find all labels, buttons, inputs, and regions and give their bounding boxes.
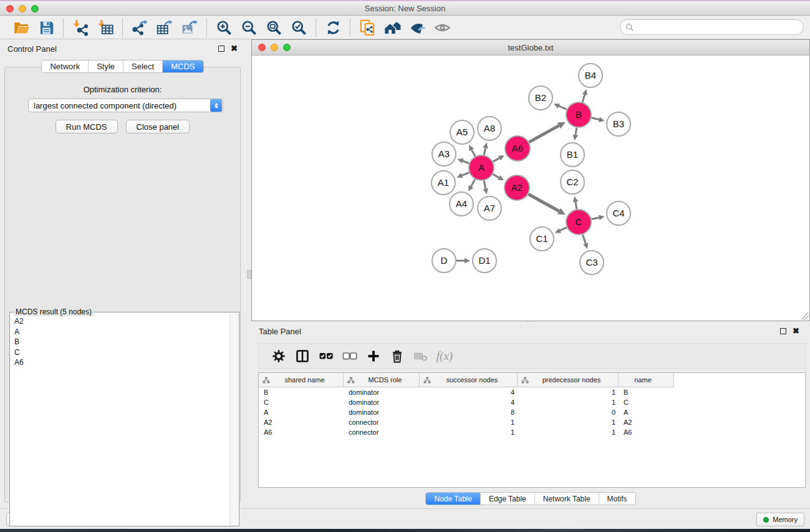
- mcds-result-item[interactable]: B: [14, 337, 239, 347]
- graph-node-C1[interactable]: C1: [530, 227, 554, 251]
- graph-node-B4[interactable]: B4: [579, 64, 602, 87]
- cell-shared-name[interactable]: A6: [259, 427, 344, 437]
- mcds-result-item[interactable]: A: [14, 327, 239, 337]
- cell-MCDS-role[interactable]: connector: [344, 417, 420, 427]
- graph-node-A7[interactable]: A7: [478, 196, 501, 220]
- graph-edge-C-C1[interactable]: [555, 228, 567, 233]
- mcds-result-item[interactable]: A6: [14, 357, 239, 368]
- result-scrollbar[interactable]: [229, 313, 238, 526]
- cell-shared-name[interactable]: A2: [259, 417, 344, 427]
- show-all-button[interactable]: [430, 18, 455, 38]
- hide-selected-button[interactable]: [405, 18, 430, 38]
- column-header-predecessor-nodes[interactable]: predecessor nodes: [518, 373, 619, 387]
- graph-node-C4[interactable]: C4: [607, 201, 630, 225]
- graph-node-A1[interactable]: A1: [432, 171, 455, 195]
- open-session-button[interactable]: [9, 18, 34, 38]
- vertical-split-grip[interactable]: [247, 270, 251, 279]
- search-input[interactable]: [634, 23, 803, 32]
- graph-edge-A-A7[interactable]: [483, 181, 488, 195]
- graph-edge-A-A6[interactable]: [493, 155, 504, 162]
- import-table-button[interactable]: [93, 18, 118, 38]
- cell-MCDS-role[interactable]: dominator: [344, 387, 420, 397]
- cell-successor-nodes[interactable]: 8: [420, 407, 518, 417]
- graph-node-A5[interactable]: A5: [450, 120, 474, 144]
- graph-node-B1[interactable]: B1: [561, 143, 584, 167]
- graph-node-B2[interactable]: B2: [529, 86, 552, 110]
- cell-name[interactable]: A6: [619, 427, 674, 437]
- cell-successor-nodes[interactable]: 4: [420, 387, 518, 397]
- table-row[interactable]: Cdominator41C: [259, 397, 805, 407]
- graph-edge-B-B4[interactable]: [582, 89, 587, 102]
- deselect-all-button[interactable]: [338, 346, 362, 367]
- graph-edge-D-D1[interactable]: [456, 258, 470, 264]
- network-minimize-button[interactable]: [271, 44, 278, 51]
- graph-edge-B-B1[interactable]: [573, 128, 578, 141]
- tab-select[interactable]: Select: [123, 60, 162, 72]
- cell-name[interactable]: C: [619, 397, 674, 407]
- cell-successor-nodes[interactable]: 1: [420, 427, 518, 437]
- cell-shared-name[interactable]: B: [259, 387, 344, 397]
- cell-successor-nodes[interactable]: 1: [420, 417, 518, 427]
- zoom-fit-button[interactable]: [261, 18, 286, 38]
- settings-gear-button[interactable]: [267, 346, 291, 367]
- network-canvas[interactable]: B4B2BB3A5A8A6B1A3AA1C2A2A4A7C4CC1C3DD1: [252, 56, 809, 321]
- graph-edge-A-A2[interactable]: [493, 174, 504, 180]
- graph-edge-A2-C[interactable]: [528, 194, 566, 215]
- graph-node-B3[interactable]: B3: [607, 112, 630, 136]
- export-network-button[interactable]: [127, 18, 152, 38]
- tab-network[interactable]: Network: [42, 60, 88, 72]
- network-close-button[interactable]: [258, 44, 266, 51]
- window-resize-grip[interactable]: [801, 312, 809, 320]
- memory-button[interactable]: Memory: [756, 513, 804, 526]
- graph-node-A6[interactable]: A6: [505, 136, 530, 161]
- graph-node-B[interactable]: B: [566, 102, 591, 127]
- graph-edge-A-A1[interactable]: [456, 173, 469, 178]
- float-table-panel-icon[interactable]: [780, 328, 786, 334]
- cell-MCDS-role[interactable]: connector: [344, 427, 420, 437]
- graph-edge-C-C2[interactable]: [573, 196, 578, 210]
- export-table-button[interactable]: [152, 18, 177, 38]
- graph-node-D[interactable]: D: [432, 249, 456, 273]
- column-header-shared-name[interactable]: shared name: [259, 373, 344, 387]
- cell-predecessor-nodes[interactable]: 1: [518, 427, 619, 437]
- mcds-result-item[interactable]: C: [14, 347, 239, 358]
- mcds-result-item[interactable]: A2: [14, 316, 239, 327]
- graph-node-A3[interactable]: A3: [432, 142, 456, 166]
- cell-shared-name[interactable]: C: [259, 397, 344, 407]
- cell-predecessor-nodes[interactable]: 0: [518, 407, 619, 417]
- graph-edge-A-A3[interactable]: [458, 158, 470, 163]
- table-row[interactable]: A6connector11A6: [259, 427, 805, 437]
- cell-successor-nodes[interactable]: 4: [420, 397, 518, 407]
- graph-edge-A-A8[interactable]: [483, 143, 488, 155]
- float-panel-icon[interactable]: [218, 46, 224, 52]
- tab-edge-table[interactable]: Edge Table: [480, 493, 534, 505]
- cell-name[interactable]: A2: [619, 417, 674, 427]
- graph-node-A4[interactable]: A4: [450, 192, 473, 216]
- table-row[interactable]: A2connector11A2: [259, 417, 805, 427]
- add-row-button[interactable]: [362, 346, 385, 367]
- select-all-button[interactable]: [314, 346, 338, 367]
- graph-edge-C-C3[interactable]: [582, 235, 588, 249]
- graph-edge-A6-B[interactable]: [529, 122, 566, 142]
- column-header-successor-nodes[interactable]: successor nodes: [420, 373, 518, 387]
- graph-node-C[interactable]: C: [566, 210, 591, 235]
- tab-node-table[interactable]: Node Table: [426, 493, 480, 505]
- cell-MCDS-role[interactable]: dominator: [344, 407, 420, 417]
- column-view-button[interactable]: [291, 346, 314, 367]
- cell-name[interactable]: A: [619, 407, 674, 417]
- graph-node-A[interactable]: A: [469, 155, 494, 180]
- close-window-button[interactable]: [6, 5, 14, 12]
- close-panel-icon[interactable]: ✖: [231, 46, 238, 52]
- save-session-button[interactable]: [34, 18, 59, 38]
- minimize-window-button[interactable]: [19, 5, 26, 12]
- tab-network-table[interactable]: Network Table: [534, 493, 599, 505]
- search-field[interactable]: [620, 19, 804, 35]
- zoom-in-button[interactable]: [211, 18, 236, 38]
- export-image-button[interactable]: [177, 18, 202, 38]
- graph-edge-A-A4[interactable]: [468, 179, 475, 191]
- graph-node-C3[interactable]: C3: [580, 251, 604, 274]
- close-panel-button[interactable]: Close panel: [126, 120, 190, 133]
- first-neighbors-button[interactable]: [380, 18, 405, 38]
- cell-MCDS-role[interactable]: dominator: [344, 397, 420, 407]
- graph-node-D1[interactable]: D1: [473, 249, 496, 273]
